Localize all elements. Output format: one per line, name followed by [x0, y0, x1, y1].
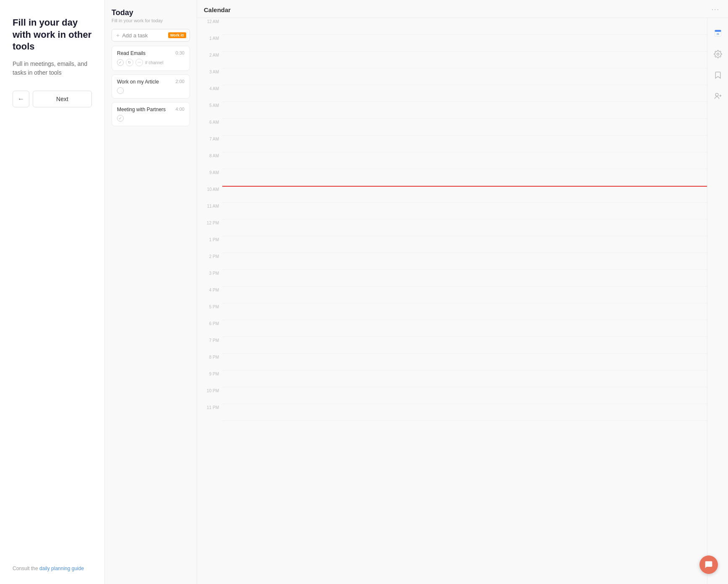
task-card-meeting-partners[interactable]: Meeting with Partners 4:00 ✓ — [112, 102, 190, 126]
task-card-work-article[interactable]: Work on my Article 2:00 — [112, 74, 190, 99]
hour-line-5 — [222, 102, 707, 119]
task-duration-read-emails: 0:30 — [176, 50, 185, 55]
footer-link[interactable]: daily planning guide — [39, 566, 84, 571]
hour-line-10 — [222, 186, 707, 203]
time-label-13: 1 PM — [209, 237, 219, 242]
google-calendar-icon[interactable]: 31 — [711, 26, 725, 40]
time-slot-18: 6 PM — [197, 320, 222, 337]
time-slot-9: 9 AM — [197, 169, 222, 186]
hour-line-0 — [222, 18, 707, 35]
footer-text: Consult the — [13, 566, 39, 571]
time-label-15: 3 PM — [209, 271, 219, 276]
time-label-10: 10 AM — [207, 187, 219, 192]
workit-badge: Work it! — [168, 32, 186, 38]
hour-line-22 — [222, 387, 707, 404]
time-slot-12: 12 PM — [197, 219, 222, 236]
task-actions-work-article — [117, 87, 185, 94]
task-actions-read-emails: ✓ ↻ ⋯ # channel — [117, 59, 185, 66]
time-label-2: 2 AM — [209, 53, 219, 57]
time-label-20: 8 PM — [209, 355, 219, 360]
task-card-read-emails[interactable]: Read Emails 0:30 ✓ ↻ ⋯ # channel — [112, 46, 190, 71]
time-slot-8: 8 AM — [197, 152, 222, 169]
time-slot-7: 7 AM — [197, 136, 222, 152]
right-sidebar-icons: 31 — [707, 18, 728, 584]
time-slot-5: 5 AM — [197, 102, 222, 119]
back-button[interactable]: ← — [13, 91, 29, 107]
bookmark-icon[interactable] — [711, 68, 725, 82]
hour-line-15 — [222, 270, 707, 287]
time-slot-20: 8 PM — [197, 354, 222, 370]
hour-line-6 — [222, 119, 707, 136]
hour-line-18 — [222, 320, 707, 337]
page-title: Fill in your day with work in other tool… — [13, 17, 92, 53]
svg-point-3 — [717, 53, 719, 55]
hour-line-13 — [222, 236, 707, 253]
time-label-18: 6 PM — [209, 321, 219, 326]
hour-line-11 — [222, 203, 707, 219]
time-slot-23: 11 PM — [197, 404, 222, 421]
task-check-read-emails[interactable]: ✓ — [117, 59, 124, 66]
next-button[interactable]: Next — [33, 91, 92, 107]
time-label-21: 9 PM — [209, 372, 219, 376]
time-label-23: 11 PM — [207, 405, 219, 410]
calendar-body: 12 AM1 AM2 AM3 AM4 AM5 AM6 AM7 AM8 AM9 A… — [197, 18, 728, 584]
time-slot-0: 12 AM — [197, 18, 222, 35]
hour-line-12 — [222, 219, 707, 236]
nav-buttons: ← Next — [13, 91, 92, 107]
today-panel: Today Fill in your work for today + Add … — [105, 0, 197, 584]
hour-line-17 — [222, 303, 707, 320]
time-label-7: 7 AM — [209, 137, 219, 141]
task-check-meeting-partners[interactable]: ✓ — [117, 115, 124, 122]
time-label-3: 3 AM — [209, 70, 219, 74]
footer: Consult the daily planning guide — [13, 566, 92, 571]
task-check-work-article[interactable] — [117, 87, 124, 94]
time-label-11: 11 AM — [207, 204, 219, 209]
settings-icon[interactable] — [711, 47, 725, 61]
time-slot-16: 4 PM — [197, 287, 222, 303]
time-slot-11: 11 AM — [197, 203, 222, 219]
left-panel: Fill in your day with work in other tool… — [0, 0, 105, 584]
left-content: Fill in your day with work in other tool… — [13, 17, 92, 107]
time-slot-19: 7 PM — [197, 337, 222, 354]
hour-line-23 — [222, 404, 707, 421]
task-duration-meeting-partners: 4:00 — [176, 107, 185, 112]
time-label-17: 5 PM — [209, 305, 219, 309]
time-slot-4: 4 AM — [197, 85, 222, 102]
time-label-8: 8 AM — [209, 154, 219, 158]
current-time-indicator — [222, 186, 707, 187]
today-title: Today — [112, 8, 190, 17]
task-name-read-emails: Read Emails — [117, 50, 172, 56]
hour-line-4 — [222, 85, 707, 102]
time-slot-2: 2 AM — [197, 52, 222, 68]
time-label-5: 5 AM — [209, 103, 219, 108]
time-slot-13: 1 PM — [197, 236, 222, 253]
time-label-19: 7 PM — [209, 338, 219, 343]
add-task-button[interactable]: + Add a task Work it! — [112, 29, 190, 42]
time-label-4: 4 AM — [209, 86, 219, 91]
time-slot-22: 10 PM — [197, 387, 222, 404]
hour-line-21 — [222, 370, 707, 387]
svg-point-4 — [715, 93, 718, 96]
google-plus-icon[interactable] — [711, 89, 725, 103]
task-action-icon-2[interactable]: ⋯ — [135, 59, 143, 66]
hour-line-16 — [222, 287, 707, 303]
time-column: 12 AM1 AM2 AM3 AM4 AM5 AM6 AM7 AM8 AM9 A… — [197, 18, 222, 584]
svg-text:31: 31 — [716, 33, 719, 35]
svg-rect-1 — [715, 30, 721, 32]
time-slot-14: 2 PM — [197, 253, 222, 270]
hour-line-9 — [222, 169, 707, 186]
hour-line-14 — [222, 253, 707, 270]
time-label-14: 2 PM — [209, 254, 219, 259]
time-label-6: 6 AM — [209, 120, 219, 125]
calendar-title: Calendar — [204, 6, 231, 13]
hour-line-2 — [222, 52, 707, 68]
time-slot-3: 3 AM — [197, 68, 222, 85]
events-column — [222, 18, 707, 584]
hour-line-7 — [222, 136, 707, 152]
calendar-more-button[interactable]: ··· — [712, 6, 720, 13]
time-slot-6: 6 AM — [197, 119, 222, 136]
chat-button[interactable] — [699, 555, 718, 574]
today-subtitle: Fill in your work for today — [112, 18, 190, 23]
task-channel-read-emails: # channel — [145, 60, 163, 65]
task-action-icon-1[interactable]: ↻ — [126, 59, 133, 66]
